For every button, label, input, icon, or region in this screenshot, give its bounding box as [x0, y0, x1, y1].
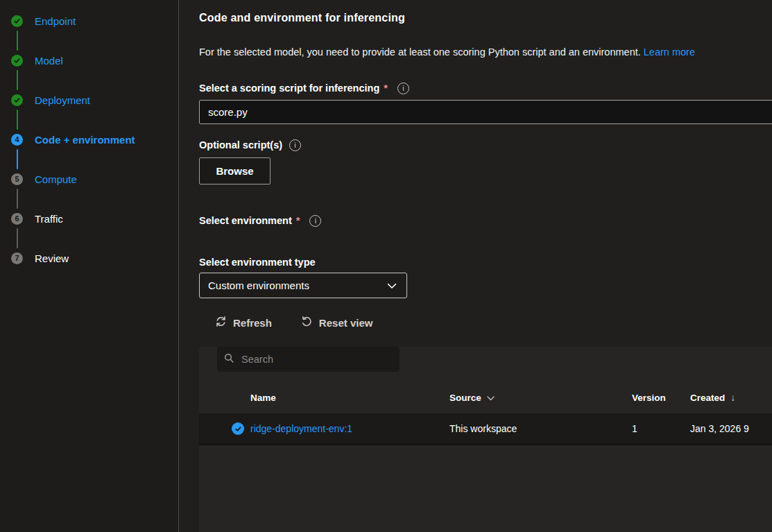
environment-source-cell: This workspace	[449, 423, 632, 434]
step-number-badge: 5	[11, 173, 23, 185]
step-connector	[17, 70, 18, 90]
step-number-badge: 6	[11, 213, 23, 225]
wizard-step-endpoint[interactable]: Endpoint	[11, 14, 178, 28]
header-created-label: Created	[690, 393, 725, 403]
optional-scripts-label: Optional script(s)	[199, 138, 282, 152]
step-number-badge: 4	[11, 134, 23, 146]
header-source[interactable]: Source	[449, 393, 632, 403]
step-label: Review	[35, 252, 69, 264]
required-asterisk: *	[384, 81, 388, 95]
row-select-cell	[199, 422, 250, 435]
environment-table-header: Name Source Version Created ↓	[199, 381, 772, 413]
chevron-down-icon	[387, 280, 397, 291]
step-label: Endpoint	[35, 15, 76, 27]
sort-descending-icon: ↓	[730, 392, 735, 403]
step-connector	[17, 31, 18, 51]
environment-type-label: Select environment type	[199, 255, 316, 269]
refresh-label: Refresh	[233, 317, 272, 329]
step-connector	[17, 228, 18, 248]
environment-list-toolbar: Refresh Reset view	[215, 316, 772, 329]
step-label: Deployment	[35, 94, 90, 106]
refresh-icon	[215, 316, 227, 329]
wizard-step-model[interactable]: Model	[11, 53, 178, 67]
scoring-script-label-row: Select a scoring script for inferencing …	[199, 81, 772, 95]
environment-name-link[interactable]: ridge-deployment-env:1	[250, 423, 449, 434]
selected-radio-check-icon[interactable]	[232, 422, 244, 435]
header-version[interactable]: Version	[632, 393, 690, 403]
header-name[interactable]: Name	[250, 393, 449, 403]
step-number-badge: 7	[11, 252, 23, 264]
wizard-steps-sidebar: Endpoint Model Deployment 4 Code + envir…	[0, 0, 179, 532]
deployment-wizard-page: Endpoint Model Deployment 4 Code + envir…	[0, 0, 772, 532]
step-complete-check-icon	[11, 15, 23, 27]
search-icon	[224, 353, 234, 366]
wizard-step-deployment[interactable]: Deployment	[11, 93, 178, 107]
search-input[interactable]	[241, 354, 393, 365]
page-title: Code and environment for inferencing	[199, 10, 772, 26]
wizard-step-code-environment[interactable]: 4 Code + environment	[11, 132, 178, 146]
step-complete-check-icon	[11, 55, 23, 67]
wizard-step-review: 7 Review	[11, 251, 178, 265]
header-source-label: Source	[449, 393, 481, 403]
wizard-step-compute[interactable]: 5 Compute	[11, 172, 178, 186]
header-created[interactable]: Created ↓	[690, 392, 772, 403]
step-complete-check-icon	[11, 94, 23, 106]
browse-button[interactable]: Browse	[199, 157, 271, 185]
info-icon[interactable]: i	[397, 83, 409, 94]
scoring-script-input[interactable]	[199, 100, 772, 124]
environment-type-dropdown[interactable]: Custom environments	[199, 273, 407, 298]
step-label: Compute	[35, 173, 77, 185]
step-connector	[17, 189, 18, 209]
reset-view-button[interactable]: Reset view	[301, 316, 373, 329]
step-connector	[17, 110, 18, 130]
page-description: For the selected model, you need to prov…	[199, 45, 772, 59]
environment-table-panel: Name Source Version Created ↓	[199, 347, 772, 532]
step-label: Code + environment	[35, 134, 135, 146]
learn-more-link[interactable]: Learn more	[644, 46, 695, 58]
step-label: Model	[35, 55, 63, 67]
select-environment-label-row: Select environment * i	[199, 214, 772, 228]
optional-scripts-label-row: Optional script(s) i	[199, 138, 772, 152]
info-icon[interactable]: i	[289, 139, 301, 151]
select-environment-label: Select environment	[199, 214, 292, 228]
code-environment-step-content: Code and environment for inferencing For…	[179, 0, 772, 532]
step-label: Traffic	[35, 213, 63, 225]
environment-created-cell: Jan 3, 2026 9	[690, 423, 772, 434]
environment-version-cell: 1	[632, 423, 690, 434]
filter-chevron-icon	[487, 393, 495, 403]
wizard-step-traffic: 6 Traffic	[11, 212, 178, 225]
environment-search-box[interactable]	[217, 347, 400, 372]
environment-type-selected-value: Custom environments	[208, 280, 309, 291]
reset-view-icon	[301, 316, 313, 329]
description-text: For the selected model, you need to prov…	[199, 46, 641, 58]
scoring-script-label: Select a scoring script for inferencing	[199, 81, 379, 95]
reset-view-label: Reset view	[319, 317, 373, 329]
step-connector	[17, 149, 18, 169]
info-icon[interactable]: i	[309, 215, 321, 227]
environment-type-label-row: Select environment type	[199, 255, 772, 269]
required-asterisk: *	[296, 214, 300, 228]
environment-table-row[interactable]: ridge-deployment-env:1 This workspace 1 …	[199, 413, 772, 445]
refresh-button[interactable]: Refresh	[215, 316, 272, 329]
